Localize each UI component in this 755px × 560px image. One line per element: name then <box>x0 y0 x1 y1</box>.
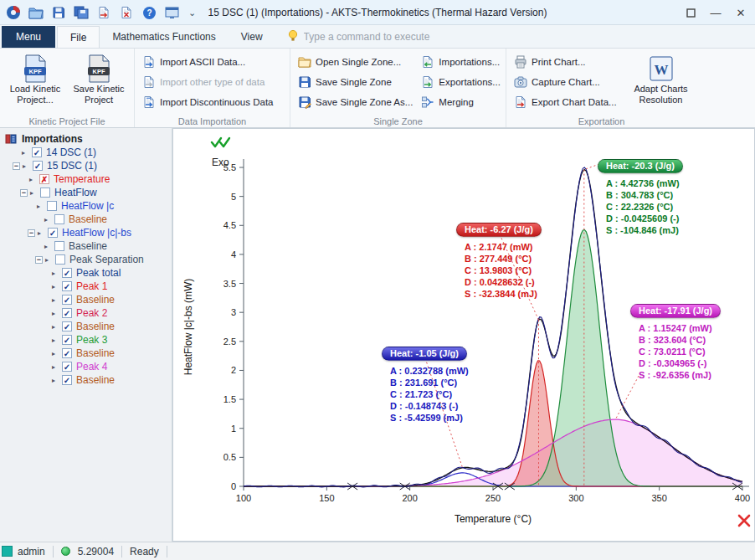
tree-item-label: Peak 1 <box>75 280 107 292</box>
window-close-button[interactable]: ✕ <box>728 2 753 23</box>
tree-checkbox[interactable]: ✓ <box>62 348 72 358</box>
app-logo[interactable] <box>5 4 22 21</box>
annotation-param-c: C : 22.2326 (°C) <box>606 201 683 213</box>
capture-chart-button[interactable]: Capture Chart... <box>511 72 627 92</box>
window-title: 15 DSC (1) (Importations) - AKTS-Thermok… <box>208 0 547 25</box>
annotation-heat-label: Heat: -1.05 (J/g) <box>382 347 467 361</box>
tree-arrow-icon: ▸ <box>52 310 60 317</box>
tree-item-14-dsc-1[interactable]: ▸✓14 DSC (1) <box>0 146 172 159</box>
tree-checkbox[interactable] <box>55 254 65 265</box>
annotation-param-a: A : 1.15247 (mW) <box>639 322 721 334</box>
tree-arrow-icon: ▸ <box>52 337 60 344</box>
tree-item-label: 14 DSC (1) <box>45 146 96 158</box>
tree-item-baseline[interactable]: ▸✓Baseline <box>0 320 172 333</box>
tree-item-heatflow-c-bs[interactable]: −▸✓HeatFlow |c|-bs <box>0 226 172 239</box>
tree-checkbox[interactable]: ✓ <box>62 308 72 318</box>
help-icon[interactable]: ? <box>141 4 157 21</box>
tab-mathematics-functions[interactable]: Mathematics Functions <box>100 26 228 48</box>
ribbon-item-label: Adapt Charts Resolution <box>630 84 691 105</box>
chart-panel: 10015020025030035040000.511.522.533.544.… <box>172 128 755 542</box>
importations-button[interactable]: Importations... <box>419 52 503 72</box>
import-file-icon[interactable] <box>95 4 112 21</box>
tree-item-temperature[interactable]: ▸✗Temperature <box>0 172 172 186</box>
command-input[interactable] <box>304 31 496 43</box>
close-file-icon[interactable] <box>118 4 135 21</box>
tree-expander[interactable]: − <box>28 229 35 237</box>
tree-checkbox[interactable]: ✓ <box>48 228 58 238</box>
tree-item-peak-4[interactable]: ▸✓Peak 4 <box>0 360 172 373</box>
adapt-charts-resolution-button[interactable]: WAdapt Charts Resolution <box>630 52 691 105</box>
tree-item-baseline[interactable]: ▸Baseline <box>0 213 172 226</box>
tree-item-peak-separation[interactable]: −▸Peak Separation <box>0 253 172 266</box>
save-single-zone-button[interactable]: Save Single Zone <box>295 72 415 92</box>
menu-button[interactable]: Menu <box>2 26 55 48</box>
status-user: admin <box>18 546 45 557</box>
tree-checkbox[interactable]: ✓ <box>62 268 72 278</box>
exo-check-icon[interactable] <box>212 138 229 146</box>
tree-item-heatflow-c[interactable]: ▸HeatFlow |c <box>0 199 172 213</box>
save-single-zone-as-button[interactable]: Save Single Zone As... <box>295 92 415 112</box>
save-all-icon[interactable] <box>73 4 90 21</box>
save-project-icon[interactable] <box>50 4 67 21</box>
tree-item-peak-total[interactable]: ▸✓Peak total <box>0 266 172 280</box>
svg-text:400: 400 <box>735 493 750 503</box>
tree-checkbox[interactable]: ✓ <box>62 281 72 291</box>
tree-item-peak-2[interactable]: ▸✓Peak 2 <box>0 306 172 320</box>
exportations-button[interactable]: Exportations... <box>419 72 503 92</box>
annotation-peak-4[interactable]: Heat: -17.91 (J/g)A : 1.15247 (mW)B : 32… <box>630 302 721 381</box>
merging-button[interactable]: Merging <box>419 92 503 112</box>
open-project-icon[interactable] <box>28 4 44 21</box>
tree-item-15-dsc-1[interactable]: −▸✓15 DSC (1) <box>0 159 172 172</box>
annotation-heat-label: Heat: -17.91 (J/g) <box>630 304 721 318</box>
tree-checkbox[interactable]: ✓ <box>32 147 42 157</box>
tree-expander[interactable]: − <box>13 162 20 170</box>
tree-expander[interactable]: − <box>20 189 28 197</box>
tree-item-label: Temperature <box>53 173 110 185</box>
import-discontinuous-data-button[interactable]: Import Discontinuous Data <box>140 92 276 112</box>
tree-item-baseline[interactable]: ▸Baseline <box>0 239 172 253</box>
window-minimize-button[interactable]: — <box>703 2 728 23</box>
tree-checkbox[interactable]: ✓ <box>62 375 72 385</box>
annotation-peak-3[interactable]: Heat: -20.3 (J/g)A : 4.42736 (mW)B : 304… <box>598 157 683 236</box>
tree-checkbox[interactable]: ✓ <box>62 295 72 305</box>
remove-chart-icon[interactable] <box>739 516 749 526</box>
tree-arrow-icon: ▸ <box>38 229 46 237</box>
tab-view[interactable]: View <box>229 26 275 48</box>
tree-item-label: Peak 2 <box>75 307 107 319</box>
toolbar-options-chevron[interactable]: ⌄ <box>186 8 198 18</box>
tree-item-importations[interactable]: Importations <box>0 132 172 146</box>
tree-item-heatflow[interactable]: −▸HeatFlow <box>0 186 172 199</box>
tree-checkbox[interactable]: ✓ <box>62 321 72 331</box>
svg-text:W: W <box>654 62 668 78</box>
annotation-param-s: S : -92.6356 (mJ) <box>639 369 721 381</box>
tree-item-label: Baseline <box>75 321 115 332</box>
tree-checkbox[interactable] <box>54 241 64 251</box>
open-single-zone-button[interactable]: Open Single Zone... <box>295 52 415 72</box>
tree-item-label: Baseline <box>68 213 107 225</box>
tree-item-baseline[interactable]: ▸✓Baseline <box>0 347 172 360</box>
print-chart-button[interactable]: Print Chart... <box>511 52 627 72</box>
tab-file[interactable]: File <box>57 26 100 48</box>
tree-item-peak-1[interactable]: ▸✓Peak 1 <box>0 280 172 293</box>
annotation-peak-1[interactable]: Heat: -1.05 (J/g)A : 0.232788 (mW)B : 23… <box>382 345 469 424</box>
tree-item-peak-3[interactable]: ▸✓Peak 3 <box>0 333 172 347</box>
window-icon[interactable] <box>163 4 180 21</box>
tree-expander[interactable]: − <box>35 256 43 264</box>
save-kinetic-project-button[interactable]: KPFSave Kinetic Project <box>69 52 129 105</box>
tree-checkbox[interactable] <box>54 214 64 224</box>
tree-item-baseline[interactable]: ▸✓Baseline <box>0 293 172 306</box>
tree-checkbox[interactable] <box>47 201 57 211</box>
status-state: Ready <box>130 546 159 557</box>
annotation-peak-2[interactable]: Heat: -6.27 (J/g)A : 2.1747 (mW)B : 277.… <box>456 221 542 300</box>
tree-removed-icon[interactable]: ✗ <box>39 174 49 184</box>
tree-item-label: Peak 3 <box>75 334 107 346</box>
export-chart-data-button[interactable]: Export Chart Data... <box>511 92 627 112</box>
tree-item-baseline[interactable]: ▸✓Baseline <box>0 373 172 387</box>
tree-checkbox[interactable]: ✓ <box>33 161 43 171</box>
tree-checkbox[interactable] <box>40 188 50 198</box>
window-maximize-button[interactable] <box>678 2 703 23</box>
tree-checkbox[interactable]: ✓ <box>62 362 72 372</box>
load-kinetic-project-button[interactable]: KPFLoad Kinetic Project... <box>5 52 65 105</box>
tree-checkbox[interactable]: ✓ <box>62 335 72 345</box>
import-ascii-data-button[interactable]: Import ASCII Data... <box>140 52 276 72</box>
